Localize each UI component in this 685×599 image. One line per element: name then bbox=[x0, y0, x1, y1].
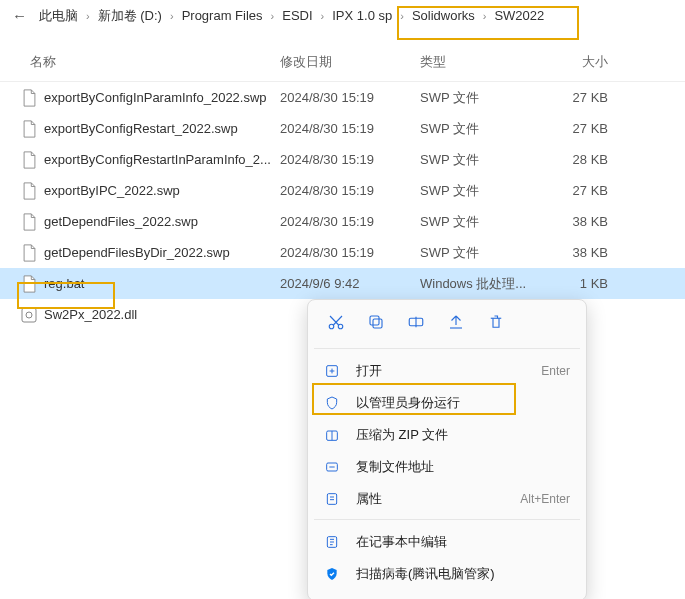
file-name: exportByConfigRestart_2022.swp bbox=[44, 121, 280, 136]
file-name: Sw2Px_2022.dll bbox=[44, 307, 280, 322]
properties-icon bbox=[324, 490, 346, 508]
file-date: 2024/8/30 15:19 bbox=[280, 214, 420, 229]
crumb-ipx[interactable]: IPX 1.0 sp bbox=[326, 6, 398, 25]
crumb-sw2022[interactable]: SW2022 bbox=[488, 6, 550, 25]
menu-edit-notepad[interactable]: 在记事本中编辑 bbox=[308, 526, 586, 558]
file-icon bbox=[20, 151, 38, 169]
menu-open-accel: Enter bbox=[541, 364, 570, 378]
svg-point-3 bbox=[338, 324, 343, 329]
crumb-this-pc[interactable]: 此电脑 bbox=[33, 5, 84, 27]
file-list: exportByConfigInParamInfo_2022.swp2024/8… bbox=[0, 82, 685, 330]
crumb-drive[interactable]: 新加卷 (D:) bbox=[92, 5, 168, 27]
crumb-esdi[interactable]: ESDI bbox=[276, 6, 318, 25]
file-icon bbox=[20, 89, 38, 107]
menu-compress-zip-label: 压缩为 ZIP 文件 bbox=[356, 426, 570, 444]
open-icon bbox=[324, 362, 346, 380]
menu-open-label: 打开 bbox=[356, 362, 541, 380]
file-icon bbox=[20, 182, 38, 200]
menu-run-as-admin-label: 以管理员身份运行 bbox=[356, 394, 570, 412]
menu-properties-accel: Alt+Enter bbox=[520, 492, 570, 506]
menu-run-as-admin[interactable]: 以管理员身份运行 bbox=[308, 387, 586, 419]
file-size: 28 KB bbox=[538, 152, 608, 167]
file-icon bbox=[20, 120, 38, 138]
file-row[interactable]: exportByConfigRestartInParamInfo_2...202… bbox=[0, 144, 685, 175]
context-menu: 打开 Enter 以管理员身份运行 压缩为 ZIP 文件 复制文件地址 属性 A… bbox=[307, 299, 587, 599]
file-date: 2024/8/30 15:19 bbox=[280, 183, 420, 198]
file-size: 38 KB bbox=[538, 214, 608, 229]
file-name: exportByConfigInParamInfo_2022.swp bbox=[44, 90, 280, 105]
file-type: SWP 文件 bbox=[420, 244, 538, 262]
menu-open[interactable]: 打开 Enter bbox=[308, 355, 586, 387]
menu-scan-virus[interactable]: 扫描病毒(腾讯电脑管家) bbox=[308, 558, 586, 590]
chevron-right-icon: › bbox=[481, 10, 489, 22]
crumb-program-files[interactable]: Program Files bbox=[176, 6, 269, 25]
file-icon bbox=[20, 275, 38, 293]
copy-icon[interactable] bbox=[366, 312, 386, 332]
file-date: 2024/8/30 15:19 bbox=[280, 121, 420, 136]
menu-copy-path-label: 复制文件地址 bbox=[356, 458, 570, 476]
menu-edit-notepad-label: 在记事本中编辑 bbox=[356, 533, 570, 551]
breadcrumb: ← 此电脑 › 新加卷 (D:) › Program Files › ESDI … bbox=[0, 0, 685, 32]
header-size[interactable]: 大小 bbox=[538, 53, 608, 71]
header-type[interactable]: 类型 bbox=[420, 53, 538, 71]
file-size: 38 KB bbox=[538, 245, 608, 260]
cut-icon[interactable] bbox=[326, 312, 346, 332]
file-type: SWP 文件 bbox=[420, 120, 538, 138]
file-size: 27 KB bbox=[538, 121, 608, 136]
file-date: 2024/8/30 15:19 bbox=[280, 90, 420, 105]
menu-compress-zip[interactable]: 压缩为 ZIP 文件 bbox=[308, 419, 586, 451]
file-type: SWP 文件 bbox=[420, 89, 538, 107]
file-name: reg.bat bbox=[44, 276, 280, 291]
file-row[interactable]: getDependFilesByDir_2022.swp2024/8/30 15… bbox=[0, 237, 685, 268]
file-type: SWP 文件 bbox=[420, 151, 538, 169]
svg-rect-5 bbox=[370, 316, 379, 325]
file-name: exportByConfigRestartInParamInfo_2... bbox=[44, 152, 280, 167]
header-date[interactable]: 修改日期 bbox=[280, 53, 420, 71]
menu-scan-virus-label: 扫描病毒(腾讯电脑管家) bbox=[356, 565, 570, 583]
svg-rect-0 bbox=[22, 308, 36, 322]
svg-point-2 bbox=[329, 324, 334, 329]
svg-rect-10 bbox=[327, 494, 336, 505]
context-quick-actions bbox=[308, 300, 586, 344]
menu-copy-path[interactable]: 复制文件地址 bbox=[308, 451, 586, 483]
file-row[interactable]: getDependFiles_2022.swp2024/8/30 15:19SW… bbox=[0, 206, 685, 237]
file-type: Windows 批处理... bbox=[420, 275, 538, 293]
file-date: 2024/8/30 15:19 bbox=[280, 245, 420, 260]
chevron-right-icon: › bbox=[398, 10, 406, 22]
delete-icon[interactable] bbox=[486, 312, 506, 332]
file-type: SWP 文件 bbox=[420, 182, 538, 200]
file-date: 2024/8/30 15:19 bbox=[280, 152, 420, 167]
notepad-icon bbox=[324, 533, 346, 551]
back-arrow-icon[interactable]: ← bbox=[6, 7, 33, 24]
chevron-right-icon: › bbox=[84, 10, 92, 22]
file-name: exportByIPC_2022.swp bbox=[44, 183, 280, 198]
file-row[interactable]: reg.bat2024/9/6 9:42Windows 批处理...1 KB bbox=[0, 268, 685, 299]
file-row[interactable]: exportByConfigRestart_2022.swp2024/8/30 … bbox=[0, 113, 685, 144]
file-date: 2024/9/6 9:42 bbox=[280, 276, 420, 291]
file-name: getDependFilesByDir_2022.swp bbox=[44, 245, 280, 260]
file-name: getDependFiles_2022.swp bbox=[44, 214, 280, 229]
file-type: SWP 文件 bbox=[420, 213, 538, 231]
crumb-solidworks[interactable]: Solidworks bbox=[406, 6, 481, 25]
tencent-shield-icon bbox=[324, 565, 346, 583]
zip-icon bbox=[324, 426, 346, 444]
chevron-right-icon: › bbox=[319, 10, 327, 22]
file-icon bbox=[20, 244, 38, 262]
file-size: 27 KB bbox=[538, 90, 608, 105]
shield-icon bbox=[324, 394, 346, 412]
file-row[interactable]: exportByConfigInParamInfo_2022.swp2024/8… bbox=[0, 82, 685, 113]
chevron-right-icon: › bbox=[168, 10, 176, 22]
chevron-right-icon: › bbox=[269, 10, 277, 22]
path-icon bbox=[324, 458, 346, 476]
file-row[interactable]: exportByIPC_2022.swp2024/8/30 15:19SWP 文… bbox=[0, 175, 685, 206]
menu-properties-label: 属性 bbox=[356, 490, 520, 508]
svg-rect-4 bbox=[373, 319, 382, 328]
menu-properties[interactable]: 属性 Alt+Enter bbox=[308, 483, 586, 515]
rename-icon[interactable] bbox=[406, 312, 426, 332]
column-headers: 名称 修改日期 类型 大小 bbox=[0, 42, 685, 82]
file-icon bbox=[20, 306, 38, 324]
share-icon[interactable] bbox=[446, 312, 466, 332]
menu-separator bbox=[314, 519, 580, 520]
header-name[interactable]: 名称 bbox=[30, 53, 280, 71]
file-size: 27 KB bbox=[538, 183, 608, 198]
